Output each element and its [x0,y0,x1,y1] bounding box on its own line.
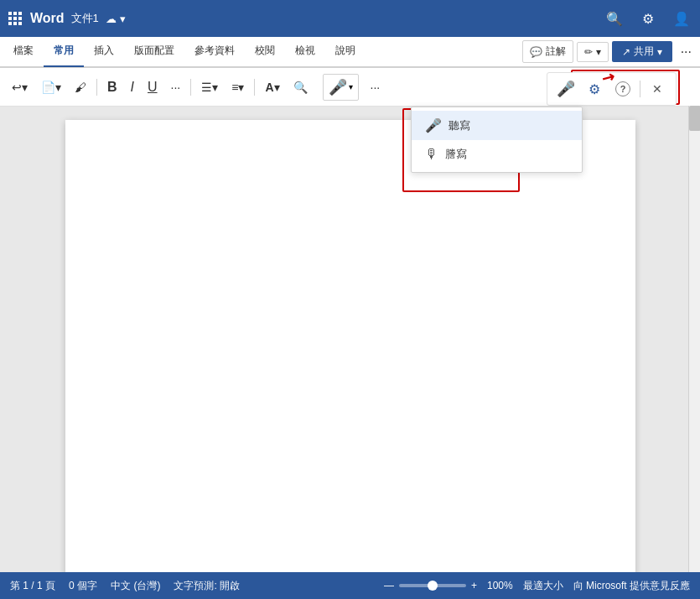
title-bar-left: Word 文件1 ☁ ▾ [7,10,603,27]
doc-title: 文件1 [71,11,99,26]
title-bar-right: 🔍 ⚙ 👤 [603,7,693,30]
tab-insert[interactable]: 插入 [84,37,124,67]
document-page[interactable] [65,120,635,573]
ribbon-actions: 💬 註解 ✏ ▾ ↗ 共用 ▾ ··· [522,40,697,63]
dictation-button[interactable]: 🎤 ▾ [323,74,359,101]
zoom-level: 100% [487,580,513,591]
scrollbar[interactable] [688,107,700,572]
status-right: — + 100% 最適大小 向 Microsoft 提供意見反應 [384,579,690,593]
format-more-button[interactable]: ··· [166,77,186,97]
cloud-chevron: ▾ [120,13,126,25]
cloud-icon: ☁ [106,13,117,25]
apps-icon[interactable] [7,10,23,27]
edit-icon: ✏ [584,46,593,58]
tab-layout[interactable]: 版面配置 [124,37,184,67]
fit-page[interactable]: 最適大小 [523,579,563,593]
zoom-slider-thumb[interactable] [428,581,438,591]
tab-review[interactable]: 校閱 [245,37,285,67]
zoom-plus-button[interactable]: + [471,580,477,591]
tab-file[interactable]: 檔案 [3,37,44,67]
listen-label: 聽寫 [449,118,470,133]
transcribe-label: 謄寫 [445,147,467,162]
toolbar-more-icon: ··· [371,81,381,94]
list-chevron: ▾ [212,81,218,94]
undo-button[interactable]: ↩ ▾ [7,77,33,97]
font-color-button[interactable]: A ▾ [260,77,284,97]
status-left: 第 1 / 1 頁 0 個字 中文 (台灣) 文字預測: 開啟 [10,579,371,593]
zoom-slider[interactable] [399,584,466,587]
mic-control-icon: 🎤 [557,80,575,98]
file-button[interactable]: 📄 ▾ [36,77,66,97]
italic-button[interactable]: I [126,76,139,98]
text-prediction: 文字預測: 開啟 [174,579,240,593]
list-button[interactable]: ☰ ▾ [196,77,223,97]
close-control-icon: ✕ [652,82,662,96]
separator-1 [96,79,97,96]
user-title-icon[interactable]: 👤 [670,7,693,30]
underline-button[interactable]: U [143,76,163,98]
ribbon-tabs: 檔案 常用 插入 版面配置 參考資料 校閱 檢視 說明 💬 註解 ✏ ▾ ↗ 共… [0,37,700,67]
tab-help[interactable]: 說明 [325,37,366,67]
bold-button[interactable]: B [102,76,122,98]
share-chevron: ▾ [657,46,662,58]
share-button[interactable]: ↗ 共用 ▾ [612,41,672,62]
cloud-save[interactable]: ☁ ▾ [106,13,126,25]
edit-chevron: ▾ [596,46,601,58]
font-color-icon: A [265,81,273,94]
file-icon: 📄 [41,81,55,94]
app-window: Word 文件1 ☁ ▾ 🔍 ⚙ 👤 檔案 常用 插入 版面配置 參考資料 校閱… [0,0,700,599]
edit-button[interactable]: ✏ ▾ [577,42,609,62]
separator-2 [190,79,191,96]
tab-view[interactable]: 檢視 [285,37,325,67]
settings-control-button[interactable]: ⚙ ↗ [581,76,608,102]
toolbar: ↩ ▾ 📄 ▾ 🖌 B I U ··· ☰ [0,68,700,107]
dictation-listen-item[interactable]: 🎤 聽寫 [412,111,582,140]
help-control-icon: ? [615,81,630,96]
list-icon: ☰ [201,81,212,94]
toolbar-wrapper: ↩ ▾ 📄 ▾ 🖌 B I U ··· ☰ [0,68,700,107]
close-control-button[interactable]: ✕ [644,76,671,102]
dictation-controls: 🎤 ⚙ ↗ ? ✕ [547,72,677,106]
mic-chevron: ▾ [349,82,353,91]
align-button[interactable]: ≡ ▾ [226,77,249,97]
app-name: Word [30,11,65,26]
page-info: 第 1 / 1 頁 [10,579,55,593]
search-toolbar-button[interactable]: 🔍 [288,77,313,97]
listen-icon: 🎤 [425,117,442,133]
scrollbar-thumb[interactable] [689,107,700,131]
feedback[interactable]: 向 Microsoft 提供意見反應 [573,579,690,593]
tab-home[interactable]: 常用 [44,37,84,67]
transcribe-icon: 🎙 [425,147,438,162]
paint-button[interactable]: 🖌 [70,77,91,97]
share-icon: ↗ [622,46,630,58]
title-bar: Word 文件1 ☁ ▾ 🔍 ⚙ 👤 [0,0,700,37]
mic-control-button[interactable]: 🎤 [552,76,579,102]
dictation-wrapper: 🎤 ▾ [316,74,359,101]
toolbar-more-button[interactable]: ··· [366,77,386,97]
comment-bubble-icon: 💬 [530,46,542,58]
search-title-icon[interactable]: 🔍 [603,7,626,30]
zoom-control: — + [384,580,477,591]
separator-3 [254,79,255,96]
ctrl-separator [640,81,640,97]
zoom-minus-button[interactable]: — [384,580,394,591]
document-area [0,107,700,573]
dictation-transcribe-item[interactable]: 🎙 謄寫 [412,140,582,169]
language: 中文 (台灣) [111,579,160,593]
ribbon: 檔案 常用 插入 版面配置 參考資料 校閱 檢視 說明 💬 註解 ✏ ▾ ↗ 共… [0,37,700,68]
undo-icon: ↩ [12,81,22,94]
word-count: 0 個字 [69,579,97,593]
status-bar: 第 1 / 1 頁 0 個字 中文 (台灣) 文字預測: 開啟 — + 100%… [0,572,700,599]
file-chevron: ▾ [55,81,61,94]
align-chevron: ▾ [238,81,244,94]
undo-chevron: ▾ [22,81,28,94]
dictation-popup: 🎤 聽寫 🎙 謄寫 [411,107,583,173]
comment-button[interactable]: 💬 註解 [522,40,573,63]
settings-title-icon[interactable]: ⚙ [636,7,660,30]
tab-references[interactable]: 參考資料 [184,37,245,67]
font-color-chevron: ▾ [274,81,280,94]
mic-toolbar-icon: 🎤 [329,78,347,96]
paint-icon: 🖌 [75,81,86,94]
align-icon: ≡ [231,81,238,94]
ribbon-more-button[interactable]: ··· [676,41,697,63]
